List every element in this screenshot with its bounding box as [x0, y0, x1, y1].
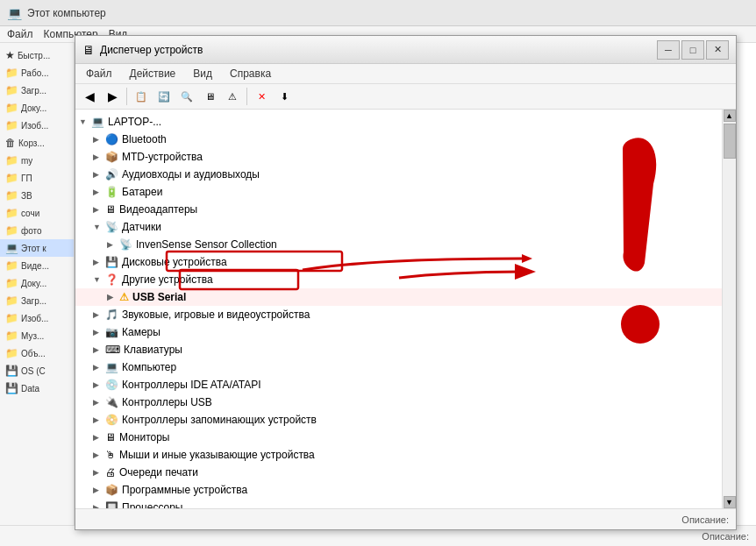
download-button[interactable]: ⬇ — [274, 86, 295, 107]
menu-action[interactable]: Действие — [126, 66, 180, 82]
tree-item[interactable]: ▶🔋Батареи — [75, 183, 722, 201]
explorer-menu-file[interactable]: Файл — [7, 28, 33, 40]
sidebar-item[interactable]: 📁Доку... — [0, 274, 74, 292]
tree-item[interactable]: ▶📀Контроллеры запоминающих устройств — [75, 411, 722, 429]
sidebar-item[interactable]: 📁Доку... — [0, 99, 74, 117]
tree-item[interactable]: ▶📡InvenSense Sensor Collection — [75, 236, 722, 253]
tree-item[interactable]: ▶🔲Процессоры — [75, 499, 722, 508]
tree-expander[interactable]: ▶ — [93, 380, 103, 389]
tree-item[interactable]: ▶📦Программные устройства — [75, 481, 722, 499]
sidebar-item[interactable]: 📁Рабо... — [0, 64, 74, 82]
sidebar-item[interactable]: 📁Загр... — [0, 292, 74, 309]
sidebar-item[interactable]: 📁Муз... — [0, 327, 74, 344]
tree-expander[interactable]: ▶ — [93, 415, 103, 424]
forward-button[interactable]: ▶ — [102, 86, 123, 107]
tree-expander[interactable]: ▼ — [93, 223, 103, 231]
devmgr-statusbar: Описание: — [75, 508, 736, 529]
tree-item[interactable]: ▶💾Дисковые устройства — [75, 253, 722, 271]
maximize-button[interactable]: □ — [681, 40, 704, 60]
tree-expander[interactable]: ▶ — [93, 328, 103, 337]
tree-icon: 📦 — [105, 151, 118, 163]
sidebar-item[interactable]: 📁my — [0, 152, 74, 169]
scroll-thumb[interactable] — [724, 124, 736, 159]
devmgr-scrollbar[interactable]: ▲ ▼ — [722, 110, 736, 508]
scroll-down-button[interactable]: ▼ — [724, 496, 736, 508]
tree-item[interactable]: ▶💻Компьютер — [75, 358, 722, 376]
tree-expander[interactable]: ▶ — [93, 310, 103, 319]
sidebar-item[interactable]: 📁ГП — [0, 169, 74, 187]
uninstall-button[interactable]: ✕ — [251, 86, 272, 107]
tree-expander[interactable]: ▶ — [107, 240, 118, 249]
devmgr-tree[interactable]: ▼💻LAPTOP-...▶🔵Bluetooth▶📦MTD-устройства▶… — [75, 110, 722, 508]
tree-item[interactable]: ▶🖥Мониторы — [75, 429, 722, 446]
tree-item[interactable]: ▶🔌Контроллеры USB — [75, 394, 722, 411]
tree-expander[interactable]: ▶ — [93, 170, 103, 179]
tree-item[interactable]: ▶🔵Bluetooth — [75, 131, 722, 148]
tree-item[interactable]: ▶📦MTD-устройства — [75, 148, 722, 166]
warning-button[interactable]: ⚠ — [222, 86, 243, 107]
tree-item[interactable]: ▶📷Камеры — [75, 323, 722, 341]
sidebar-item[interactable]: 💾Data — [0, 379, 74, 397]
sidebar-item[interactable]: 🗑Корз... — [0, 134, 74, 152]
sidebar-item[interactable]: 📁Изоб... — [0, 117, 74, 134]
sidebar-item[interactable]: 📁фото — [0, 222, 74, 239]
back-button[interactable]: ◀ — [79, 86, 100, 107]
devmgr-title: Диспетчер устройств — [100, 44, 203, 56]
sidebar-item[interactable]: 📁Виде... — [0, 257, 74, 274]
tree-icon: 🔲 — [105, 501, 118, 508]
device-icon-button[interactable]: 🖥 — [199, 86, 220, 107]
tree-item[interactable]: ▶🖥Видеоадаптеры — [75, 201, 722, 218]
tree-expander[interactable]: ▶ — [93, 135, 103, 144]
sidebar-item[interactable]: 📁Загр... — [0, 82, 74, 99]
tree-item[interactable]: ▶⌨Клавиатуры — [75, 341, 722, 358]
minimize-button[interactable]: ─ — [657, 40, 680, 60]
tree-icon: 🖥 — [105, 203, 116, 216]
properties-button[interactable]: 📋 — [131, 86, 152, 107]
menu-file[interactable]: Файл — [82, 66, 116, 82]
tree-icon: 🖨 — [105, 466, 116, 479]
tree-expander[interactable]: ▶ — [93, 188, 103, 196]
sidebar-item[interactable]: 📁ЗВ — [0, 187, 74, 204]
update-button[interactable]: 🔄 — [153, 86, 175, 107]
menu-help[interactable]: Справка — [226, 66, 275, 82]
tree-label: Контроллеры запоминающих устройств — [122, 414, 317, 426]
tree-expander[interactable]: ▶ — [93, 152, 103, 161]
tree-item[interactable]: ▶🖨Очереди печати — [75, 464, 722, 481]
tree-expander[interactable]: ▶ — [93, 258, 103, 266]
sidebar-item[interactable]: ★Быстр... — [0, 46, 74, 64]
tree-item[interactable]: ▶🔊Аудиовходы и аудиовыходы — [75, 166, 722, 183]
tree-label: Очереди печати — [119, 466, 198, 479]
tree-item[interactable]: ▶🎵Звуковые, игровые и видеоустройства — [75, 306, 722, 323]
tree-label: Аудиовходы и аудиовыходы — [122, 168, 260, 181]
tree-expander[interactable]: ▶ — [93, 433, 103, 442]
tree-expander[interactable]: ▼ — [79, 117, 89, 126]
sidebar-item[interactable]: 💻Этот к — [0, 239, 74, 257]
menu-view[interactable]: Вид — [189, 66, 216, 82]
tree-expander[interactable]: ▶ — [93, 468, 103, 477]
close-button[interactable]: ✕ — [706, 40, 729, 60]
scroll-up-button[interactable]: ▲ — [724, 110, 736, 122]
tree-expander[interactable]: ▶ — [93, 345, 103, 354]
tree-item[interactable]: ▶⚠USB Serial — [75, 288, 722, 306]
sidebar-item[interactable]: 📁Объ... — [0, 344, 74, 362]
tree-expander[interactable]: ▼ — [93, 275, 103, 284]
sidebar-item[interactable]: 📁Изоб... — [0, 309, 74, 327]
tree-expander[interactable]: ▶ — [93, 205, 103, 214]
sidebar-item[interactable]: 📁сочи — [0, 204, 74, 222]
sidebar-item[interactable]: 💾OS (C — [0, 362, 74, 379]
tree-label: InvenSense Sensor Collection — [136, 238, 277, 251]
tree-label: USB Serial — [132, 291, 186, 303]
tree-item[interactable]: ▼📡Датчики — [75, 218, 722, 236]
tree-expander[interactable]: ▶ — [93, 450, 103, 459]
tree-expander[interactable]: ▶ — [107, 293, 118, 301]
tree-expander[interactable]: ▶ — [93, 398, 103, 407]
tree-icon: ⌨ — [105, 344, 120, 356]
tree-expander[interactable]: ▶ — [93, 363, 103, 372]
tree-item[interactable]: ▶💿Контроллеры IDE ATA/ATAPI — [75, 376, 722, 394]
tree-item[interactable]: ▼❓Другие устройства — [75, 271, 722, 288]
scan-button[interactable]: 🔍 — [176, 86, 197, 107]
tree-item[interactable]: ▼💻LAPTOP-... — [75, 113, 722, 131]
tree-item[interactable]: ▶🖱Мыши и иные указывающие устройства — [75, 446, 722, 464]
tree-expander[interactable]: ▶ — [93, 486, 103, 494]
tree-label: Программные устройства — [122, 484, 247, 496]
